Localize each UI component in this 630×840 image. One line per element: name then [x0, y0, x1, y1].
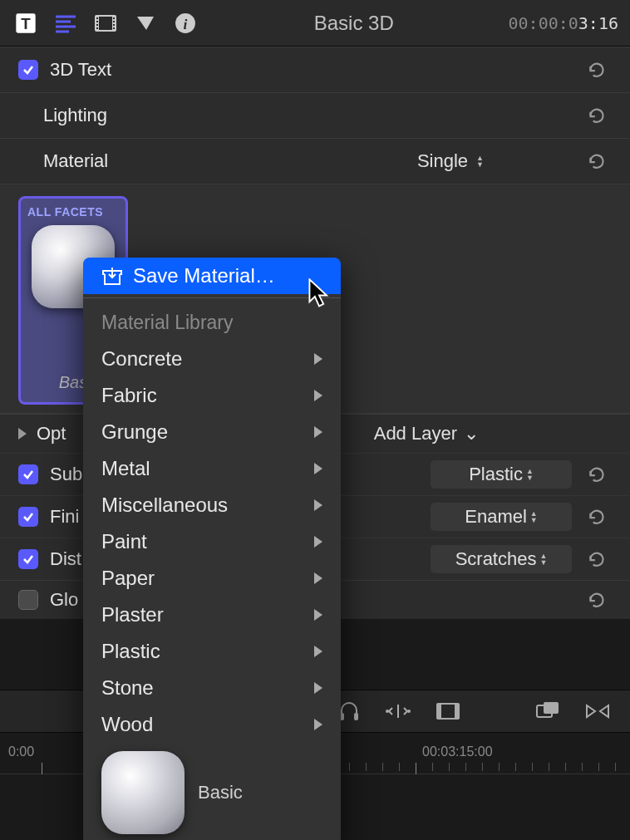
svg-rect-32 [437, 704, 441, 719]
submenu-arrow-icon [314, 719, 322, 730]
checkbox-glow[interactable] [18, 590, 38, 610]
popup-cat-plaster[interactable]: Plaster [83, 597, 341, 633]
stepper-icon: ▲▼ [539, 553, 547, 566]
popup-cat-misc[interactable]: Miscellaneous [83, 487, 341, 523]
film-icon[interactable] [436, 701, 460, 721]
substance-value-dropdown[interactable]: Plastic ▲▼ [431, 460, 572, 489]
popup-cat-grunge[interactable]: Grunge [83, 414, 341, 450]
reset-button[interactable] [582, 57, 612, 82]
header-tab-icons: T i [12, 12, 199, 35]
disclosure-triangle-icon[interactable] [18, 428, 27, 440]
video-tab-icon[interactable] [91, 12, 120, 35]
reset-button[interactable] [582, 547, 612, 572]
svg-rect-27 [354, 713, 358, 720]
second-display-icon[interactable] [535, 700, 560, 722]
paragraph-tab-icon[interactable] [52, 12, 80, 35]
reset-button[interactable] [582, 149, 612, 174]
section-label-material: Material [43, 150, 411, 172]
text-tab-icon[interactable]: T [12, 12, 40, 35]
submenu-arrow-icon [314, 572, 322, 584]
stepper-icon: ▲▼ [526, 468, 534, 481]
popup-basic-preview [101, 751, 185, 834]
svg-rect-14 [113, 21, 115, 22]
mouse-cursor-icon [308, 278, 331, 313]
svg-rect-9 [96, 17, 98, 19]
inspector-header: T i Basic 3D 00:00:03:16 [0, 0, 630, 47]
save-icon [101, 266, 123, 286]
svg-rect-15 [113, 24, 115, 26]
submenu-arrow-icon [314, 390, 322, 401]
popup-cat-stone[interactable]: Stone [83, 670, 341, 706]
distress-value-dropdown[interactable]: Scratches ▲▼ [431, 545, 572, 573]
reset-button[interactable] [582, 462, 612, 487]
checkbox-distress[interactable] [18, 549, 38, 569]
popup-cat-wood[interactable]: Wood [83, 706, 341, 743]
chevron-down-icon: ⌄ [464, 423, 479, 445]
material-mode-dropdown[interactable]: Single ▲▼ [411, 150, 490, 172]
headphones-icon[interactable] [337, 700, 361, 722]
checkbox-finish[interactable] [18, 507, 38, 527]
submenu-arrow-icon [314, 463, 322, 474]
svg-rect-35 [544, 702, 559, 714]
submenu-arrow-icon [314, 353, 322, 365]
stepper-icon: ▲▼ [476, 155, 484, 168]
timecode-inactive: 00:00:0 [509, 13, 578, 33]
section-material: Material Single ▲▼ [0, 139, 630, 184]
svg-rect-33 [455, 704, 459, 719]
svg-point-29 [386, 710, 389, 713]
add-layer-dropdown[interactable]: Add Layer ⌄ [374, 423, 495, 445]
section-label-3d-text: 3D Text [50, 59, 582, 81]
svg-rect-10 [96, 21, 98, 22]
add-layer-label: Add Layer [374, 423, 457, 445]
svg-text:T: T [21, 15, 31, 32]
info-tab-icon[interactable]: i [171, 12, 199, 35]
popup-cat-paint[interactable]: Paint [83, 523, 341, 560]
popup-cat-paper[interactable]: Paper [83, 560, 341, 597]
section-3d-text: 3D Text [0, 47, 630, 93]
timecode-display: 00:00:03:16 [509, 13, 618, 33]
popup-basic-label: Basic [198, 782, 243, 803]
stepper-icon: ▲▼ [530, 510, 538, 523]
submenu-arrow-icon [314, 536, 322, 548]
material-mode-value: Single [417, 150, 468, 172]
reset-button[interactable] [582, 587, 612, 612]
inspector-title: Basic 3D [199, 12, 509, 35]
reset-button[interactable] [582, 103, 612, 128]
skimming-icon[interactable] [386, 703, 411, 720]
section-lighting[interactable]: Lighting [0, 93, 630, 139]
timecode-active: 3:16 [578, 13, 618, 33]
svg-text:i: i [184, 16, 188, 32]
popup-save-material[interactable]: Save Material… [83, 258, 341, 294]
material-popup-menu: Save Material… Material Library Concrete… [83, 258, 341, 840]
svg-point-30 [407, 710, 411, 713]
svg-rect-16 [113, 27, 115, 29]
loop-icon[interactable] [585, 702, 610, 720]
finish-value-dropdown[interactable]: Enamel ▲▼ [431, 503, 572, 531]
swatch-facet-label: ALL FACETS [27, 205, 119, 219]
checkbox-3d-text[interactable] [18, 60, 38, 80]
reset-button[interactable] [582, 504, 612, 529]
popup-library-header: Material Library [83, 302, 341, 341]
popup-cat-concrete[interactable]: Concrete [83, 341, 341, 377]
title-tab-icon[interactable] [131, 12, 160, 35]
popup-cat-plastic[interactable]: Plastic [83, 633, 341, 670]
svg-rect-13 [113, 17, 115, 19]
svg-rect-12 [96, 27, 98, 29]
submenu-arrow-icon [314, 426, 322, 438]
submenu-arrow-icon [314, 609, 322, 621]
popup-divider [83, 297, 341, 298]
finish-value: Enamel [465, 506, 527, 528]
substance-value: Plastic [469, 464, 523, 485]
checkbox-substance[interactable] [18, 464, 38, 484]
popup-cat-metal[interactable]: Metal [83, 450, 341, 487]
svg-rect-11 [96, 24, 98, 26]
popup-cat-fabric[interactable]: Fabric [83, 377, 341, 414]
submenu-arrow-icon [314, 499, 322, 511]
distress-value: Scratches [455, 548, 537, 570]
submenu-arrow-icon [314, 646, 322, 657]
section-label-lighting: Lighting [43, 105, 582, 126]
popup-basic-row[interactable]: Basic [83, 743, 341, 838]
popup-save-label: Save Material… [133, 264, 275, 287]
submenu-arrow-icon [314, 682, 322, 694]
